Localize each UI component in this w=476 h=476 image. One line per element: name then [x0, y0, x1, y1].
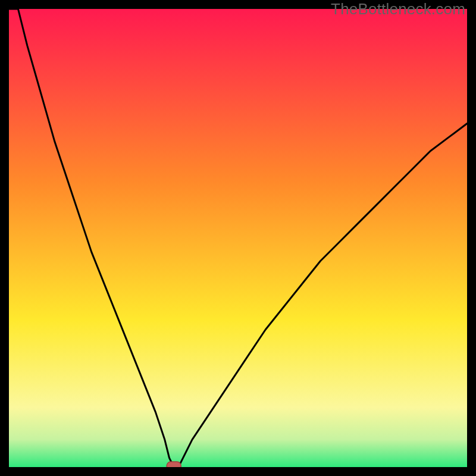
watermark-text: TheBottleneck.com [331, 0, 465, 18]
bottleneck-chart [9, 9, 467, 467]
chart-frame [9, 9, 467, 467]
optimum-marker [167, 462, 181, 467]
gradient-background [9, 9, 467, 467]
